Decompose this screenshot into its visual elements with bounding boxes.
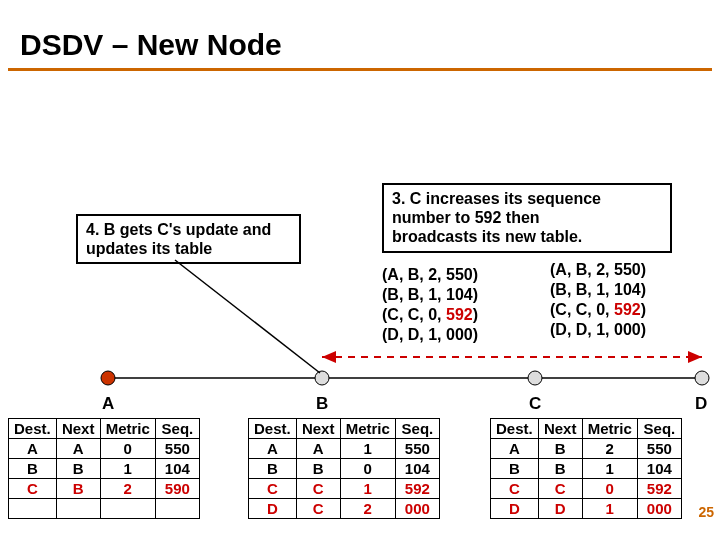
table-row: CC0592 xyxy=(491,479,682,499)
slide-title: DSDV – New Node xyxy=(0,0,720,68)
node-label-d: D xyxy=(695,394,707,414)
tuple-row: (A, B, 2, 550) xyxy=(550,260,646,280)
tuple-row: (D, D, 1, 000) xyxy=(550,320,646,340)
node-label-a: A xyxy=(102,394,114,414)
tuple-row: (B, B, 1, 104) xyxy=(550,280,646,300)
tuple-row: (B, B, 1, 104) xyxy=(382,285,478,305)
note-step-3: 3. C increases its sequence number to 59… xyxy=(382,183,672,253)
tuple-row: (A, B, 2, 550) xyxy=(382,265,478,285)
broadcast-tuples-right: (A, B, 2, 550) (B, B, 1, 104) (C, C, 0, … xyxy=(550,260,646,340)
table-row: BB1104 xyxy=(491,459,682,479)
routing-table-a: Dest.NextMetricSeq. AA0550BB1104CB2590 xyxy=(8,418,200,519)
svg-marker-7 xyxy=(688,351,702,363)
tuple-row: (D, D, 1, 000) xyxy=(382,325,478,345)
table-row: DD1000 xyxy=(491,499,682,519)
table-header: Dest.NextMetricSeq. xyxy=(249,419,440,439)
table-row: BB1104 xyxy=(9,459,200,479)
table-row: CB2590 xyxy=(9,479,200,499)
note-step-3-l2: number to 592 then xyxy=(392,208,662,227)
table-row: DC2000 xyxy=(249,499,440,519)
routing-table-c: Dest.NextMetricSeq. AB2550BB1104CC0592DD… xyxy=(490,418,682,519)
node-label-c: C xyxy=(529,394,541,414)
broadcast-tuples-left: (A, B, 2, 550) (B, B, 1, 104) (C, C, 0, … xyxy=(382,265,478,345)
tuple-row: (C, C, 0, 592) xyxy=(382,305,478,325)
note-step-3-l3: broadcasts its new table. xyxy=(392,227,662,246)
svg-point-4 xyxy=(695,371,709,385)
tuple-row: (C, C, 0, 592) xyxy=(550,300,646,320)
node-label-b: B xyxy=(316,394,328,414)
table-row: AB2550 xyxy=(491,439,682,459)
table-header: Dest.NextMetricSeq. xyxy=(491,419,682,439)
svg-point-3 xyxy=(528,371,542,385)
svg-line-8 xyxy=(175,260,320,373)
note-step-3-l1: 3. C increases its sequence xyxy=(392,189,662,208)
page-number: 25 xyxy=(698,504,714,520)
table-row: BB0104 xyxy=(249,459,440,479)
table-header: Dest.NextMetricSeq. xyxy=(9,419,200,439)
title-rule xyxy=(8,68,712,71)
table-row: CC1592 xyxy=(249,479,440,499)
note-step-4: 4. B gets C's update and updates its tab… xyxy=(76,214,301,264)
table-row: AA1550 xyxy=(249,439,440,459)
table-row xyxy=(9,499,200,519)
routing-table-b: Dest.NextMetricSeq. AA1550BB0104CC1592DC… xyxy=(248,418,440,519)
svg-marker-6 xyxy=(322,351,336,363)
svg-point-1 xyxy=(101,371,115,385)
svg-point-2 xyxy=(315,371,329,385)
table-row: AA0550 xyxy=(9,439,200,459)
